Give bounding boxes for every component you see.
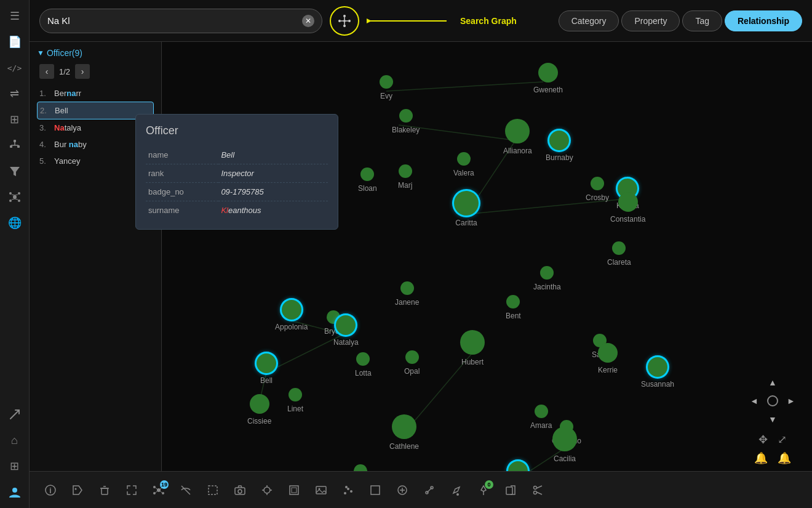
frame-button[interactable] <box>283 479 305 501</box>
eye-off-button[interactable] <box>175 479 197 501</box>
sidebar-item-home[interactable]: ⌂ <box>4 429 26 451</box>
graph-node-lotta[interactable]: Lotta <box>355 352 372 377</box>
graph-expand-button[interactable]: 19 <box>148 479 170 501</box>
graph-node-burnaby[interactable]: Burnaby <box>546 131 573 162</box>
link-button[interactable] <box>418 479 440 501</box>
node-circle <box>400 281 414 295</box>
camera-button[interactable] <box>229 479 251 501</box>
expand-button[interactable] <box>121 479 143 501</box>
graph-node-blakeley[interactable]: Blakeley <box>392 109 420 134</box>
graph-node-allianora[interactable]: Allianora <box>503 119 532 155</box>
graph-node-bili[interactable]: Bili <box>354 464 367 471</box>
share-button[interactable] <box>500 479 522 501</box>
node-circle <box>405 350 419 364</box>
graph-node-cissiee[interactable]: Cissiee <box>247 394 271 425</box>
zoom-in-icon[interactable]: 🔔 <box>778 451 791 465</box>
graph-node-yancey[interactable]: Yancey <box>506 461 530 471</box>
graph-node-valera[interactable]: Valera <box>453 152 474 177</box>
sidebar-item-globe[interactable]: 🌐 <box>4 212 26 234</box>
graph-node-kerrie[interactable]: Kerrie <box>598 343 618 374</box>
graph-node-cathlene[interactable]: Cathlene <box>389 414 419 451</box>
graph-node-linet[interactable]: Linet <box>287 388 303 413</box>
graph-node-gweneth[interactable]: Gweneth <box>533 63 563 94</box>
expand-icon[interactable]: ⤢ <box>778 433 787 446</box>
graph-node-cacilia[interactable]: Cacilia <box>552 427 577 463</box>
node-circle <box>250 394 269 414</box>
node-label: Evy <box>380 92 392 100</box>
graph-node-constantia[interactable]: Constantia <box>610 192 645 224</box>
graph-node-sloan[interactable]: Sloan <box>358 167 377 193</box>
nav-right-button[interactable]: ► <box>782 392 800 409</box>
node-circle <box>282 300 301 320</box>
sidebar-item-code[interactable]: </> <box>4 57 26 79</box>
svg-point-20 <box>338 20 341 22</box>
sidebar-item-user[interactable] <box>4 481 26 503</box>
list-item[interactable]: 1. Bernarr <box>37 85 154 102</box>
item-number: 4. <box>39 140 50 149</box>
box-button[interactable] <box>364 479 386 501</box>
svg-line-14 <box>12 199 15 200</box>
tab-category[interactable]: Category <box>559 10 619 31</box>
node-circle <box>540 266 554 280</box>
node-label: Constantia <box>610 215 645 224</box>
field-label: rank <box>146 164 218 183</box>
sidebar-item-grid[interactable]: ⊞ <box>4 455 26 477</box>
info-button[interactable]: i <box>39 479 62 501</box>
pin-button[interactable]: 0 <box>472 479 495 501</box>
svg-rect-69 <box>371 486 380 494</box>
graph-node-hubert[interactable]: Hubert <box>460 330 485 366</box>
svg-marker-27 <box>367 18 372 23</box>
scissor-button[interactable] <box>527 479 549 501</box>
prev-button[interactable]: ‹ <box>39 64 54 79</box>
node-circle <box>454 191 479 216</box>
graph-node-janene[interactable]: Janene <box>395 281 419 307</box>
tab-relationship[interactable]: Relationship <box>725 10 802 31</box>
sidebar-item-filter[interactable] <box>4 160 26 182</box>
nav-cell <box>746 411 763 428</box>
select-area-button[interactable] <box>202 479 224 501</box>
sidebar-item-menu[interactable]: ☰ <box>4 5 26 27</box>
search-graph-icon[interactable] <box>330 6 359 36</box>
nav-left-button[interactable]: ◄ <box>746 392 763 409</box>
svg-line-50 <box>156 491 157 493</box>
graph-node-crosby[interactable]: Crosby <box>586 177 609 202</box>
nav-up-button[interactable]: ▲ <box>764 374 781 391</box>
tab-tag[interactable]: Tag <box>682 10 722 31</box>
sidebar-item-table[interactable]: ⊞ <box>4 108 26 131</box>
paint-button[interactable] <box>445 479 468 501</box>
graph-node-bent[interactable]: Bent <box>506 295 521 320</box>
search-input[interactable]: Na Kl <box>47 15 297 26</box>
sidebar-item-export[interactable] <box>4 403 26 425</box>
nav-down-button[interactable]: ▼ <box>764 411 781 428</box>
item-text: Bell <box>55 106 68 115</box>
next-button[interactable]: › <box>75 64 90 79</box>
graph-node-evy[interactable]: Evy <box>380 75 393 100</box>
graph-node-susannah[interactable]: Susannah <box>641 357 674 389</box>
delete-button[interactable] <box>94 479 116 501</box>
plus-circle-button[interactable] <box>391 479 413 501</box>
graph-node-bell[interactable]: Bell <box>257 353 276 385</box>
scatter-button[interactable] <box>337 479 359 501</box>
search-clear-button[interactable]: ✕ <box>302 15 314 27</box>
crosshair-button[interactable] <box>256 479 278 501</box>
sidebar-item-transfer[interactable]: ⇌ <box>4 83 26 105</box>
sidebar-item-network[interactable] <box>4 186 26 208</box>
tag-button[interactable] <box>66 479 89 501</box>
graph-node-caritta[interactable]: Caritta <box>454 191 479 227</box>
zoom-out-icon[interactable]: 🔔 <box>754 451 768 465</box>
sidebar-item-document[interactable]: 📄 <box>4 31 26 53</box>
graph-node-marj[interactable]: Marj <box>398 164 412 190</box>
image-button[interactable] <box>310 479 332 501</box>
graph-node-amara[interactable]: Amara <box>530 405 552 430</box>
graph-node-opal[interactable]: Opal <box>404 350 420 376</box>
graph-node-appolonia[interactable]: Appolonia <box>275 300 308 331</box>
node-circle <box>591 177 604 190</box>
move-icon[interactable]: ✥ <box>758 433 768 446</box>
nav-counter: 1/2 <box>59 67 70 76</box>
graph-node-clareta[interactable]: Clareta <box>607 241 631 267</box>
sidebar-item-hierarchy[interactable] <box>4 134 26 156</box>
svg-line-48 <box>156 488 157 490</box>
graph-node-natalya[interactable]: Natalya <box>333 315 359 347</box>
tab-property[interactable]: Property <box>621 10 680 31</box>
graph-node-jacintha[interactable]: Jacintha <box>533 266 561 291</box>
